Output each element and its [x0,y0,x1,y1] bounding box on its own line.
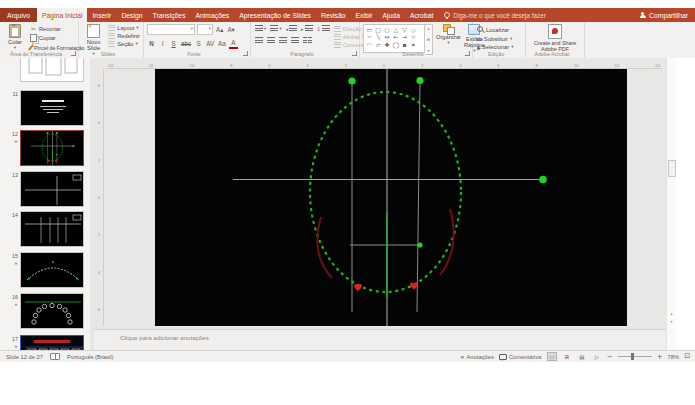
ribbon-tab[interactable]: Ajuda [378,8,405,22]
next-slide-button[interactable]: ▾ [670,319,672,324]
fit-slide-to-window-button[interactable]: ⊡ [684,353,690,360]
vertical-ruler[interactable]: 6420246 [95,69,104,326]
create-pdf-button[interactable]: Create and Share Adobe PDF [532,24,578,52]
section-button[interactable]: Seção▾ [108,41,140,47]
slide-thumbnail-14[interactable]: 14 [20,211,84,248]
italic-button[interactable]: I [158,39,167,48]
green-dot-top-right[interactable] [416,77,423,84]
reset-button[interactable]: Redefinir [108,33,140,39]
justify-button[interactable] [290,36,300,45]
green-dot-top-left[interactable] [348,77,355,84]
ribbon-tab[interactable]: Design [116,8,147,22]
previous-slide-button[interactable]: ▴ [670,311,672,316]
shape-icon[interactable]: ↔ [383,33,392,40]
zoom-percentage[interactable]: 78% [668,354,680,360]
shape-icon[interactable]: ◠ [365,41,374,48]
shape-icon[interactable]: ✚ [383,41,392,48]
tellme-box[interactable]: Diga-me o que você deseja fazer [444,8,545,22]
dialog-launcher-icon[interactable] [352,51,357,56]
align-center-button[interactable] [266,36,276,45]
character-spacing-button[interactable]: AV [205,39,215,48]
paste-button[interactable]: Colar ▾ [3,24,27,50]
replace-button[interactable]: abSubstituir▾ [476,36,512,42]
find-button[interactable]: Localizar [476,25,509,34]
ribbon-tab[interactable]: Página Inicial [37,8,87,22]
thumbnail-image[interactable] [20,58,84,82]
thumbnail-image[interactable] [20,252,84,288]
right-guide-line[interactable] [417,82,420,312]
dialog-launcher-icon[interactable] [71,51,76,56]
thumbnail-image[interactable] [20,335,84,350]
thumbnail-image[interactable] [20,130,84,166]
green-dot-right[interactable] [539,176,547,184]
bold-button[interactable]: N [147,39,156,48]
shape-icon[interactable]: ╲ [374,33,383,40]
align-left-button[interactable] [254,36,264,45]
normal-view-button[interactable]: ▭ [547,352,557,361]
ribbon-tab[interactable]: Acrobat [405,8,438,22]
zoom-in-button[interactable]: + [657,353,663,361]
select-button[interactable]: ▲Selecionar▾ [476,44,514,50]
increase-indent-button[interactable]: ▸ [300,24,314,33]
ribbon-tab[interactable]: Apresentação de Slides [234,8,316,22]
cut-button[interactable]: ✂Recortar [30,25,84,32]
left-dark-red-arc[interactable] [317,217,332,278]
align-right-button[interactable] [278,36,288,45]
slide-canvas[interactable] [155,69,627,326]
numbering-button[interactable]: ▾ [269,24,282,33]
ribbon-tab[interactable]: Inserir [87,8,116,22]
ribbon-tab[interactable]: Exibir [351,8,378,22]
bullets-button[interactable]: ▾ [254,24,267,33]
shape-icon[interactable]: ▪ [400,41,409,48]
shape-icon[interactable]: ▭ [365,26,374,33]
thumbnail-image[interactable] [20,211,84,247]
notes-toggle-button[interactable]: ≡Anotações [460,354,494,360]
shape-icon[interactable]: ◇ [409,26,418,33]
thumbnail-image[interactable] [20,293,84,329]
shape-icon[interactable]: ○ [383,26,392,33]
slide-thumbnail-15[interactable]: 15 ★ [20,252,84,289]
slide-thumbnail-10[interactable] [20,58,84,83]
reading-view-button[interactable]: ▤ [577,352,587,361]
notes-pane[interactable]: Clique para adicionar anotações [94,329,666,351]
slide-thumbnail-12-selected[interactable]: 12 ★ [20,130,84,167]
shape-icon[interactable]: □ [374,26,383,33]
thumbnail-image[interactable] [20,171,84,207]
spellcheck-book-icon[interactable] [50,353,60,360]
columns-button[interactable] [302,36,313,45]
scrollbar-thumb[interactable] [668,160,676,177]
slide-thumbnail-13[interactable]: 13 [20,171,84,208]
format-painter-button[interactable]: Pincel de Formatação [30,44,84,51]
ribbon-tab[interactable]: Arquivo [0,8,37,22]
slide-sorter-view-button[interactable]: ⊞ [562,352,572,361]
grow-font-button[interactable]: A▴ [215,25,224,34]
comments-toggle-button[interactable]: Comentários [499,354,542,360]
text-shadow-button[interactable]: S [194,39,203,48]
shape-icon[interactable]: ▽ [400,26,409,33]
thumbnail-image[interactable] [20,90,84,126]
shape-icon[interactable]: ✶ [409,41,418,48]
ribbon-tab[interactable]: Revisão [316,8,351,22]
shape-icon[interactable]: △ [391,26,400,33]
horizontal-ruler[interactable]: 141210864202468101214 [106,60,662,69]
shape-icon[interactable]: ─ [365,33,374,40]
zoom-out-button[interactable]: − [607,353,613,361]
arrange-button[interactable]: Organizar ▾ [436,24,461,45]
shape-icon[interactable]: ☆ [409,33,418,40]
change-case-button[interactable]: Aa [217,39,227,48]
vertical-scrollbar[interactable]: ▴ ▾ [666,58,676,350]
underline-button[interactable]: S [169,39,178,48]
zoom-slider[interactable] [618,356,652,357]
shape-icon[interactable]: ◯ [391,41,400,48]
shape-icon[interactable]: → [400,33,409,40]
decrease-indent-button[interactable]: ◂ [285,24,299,33]
font-color-button[interactable]: A [229,38,238,49]
shape-icon[interactable]: ← [391,33,400,40]
shrink-font-button[interactable]: A▾ [226,25,235,34]
ribbon-tab[interactable]: Animações [191,8,235,22]
dialog-launcher-icon[interactable] [243,51,248,56]
strikethrough-button[interactable]: abc [180,39,192,48]
slide-counter[interactable]: Slide 12 de 27 [6,354,43,360]
font-size-combobox[interactable] [197,24,213,35]
slide-thumbnail-panel[interactable]: 11 12 ★ [0,58,91,350]
